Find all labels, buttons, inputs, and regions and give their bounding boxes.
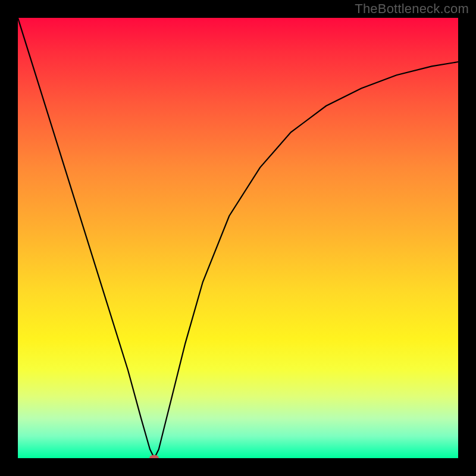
optimum-marker	[149, 455, 159, 459]
chart-frame: TheBottleneck.com	[0, 0, 476, 476]
bottleneck-curve	[18, 18, 458, 458]
plot-area	[18, 18, 458, 458]
watermark-text: TheBottleneck.com	[355, 1, 469, 17]
